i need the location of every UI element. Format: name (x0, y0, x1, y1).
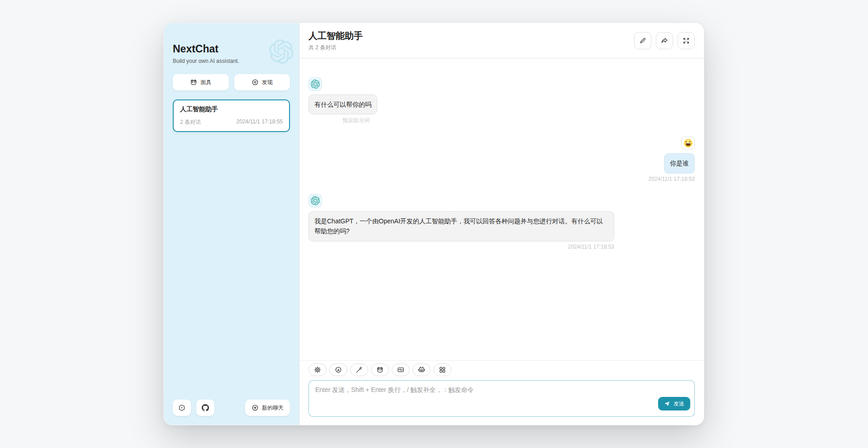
nextchat-window: NextChat Build your own AI assistant. 面具… (163, 23, 704, 425)
message-timestamp: 2024/11/1 17:18:53 (568, 244, 614, 250)
new-chat-label: 新的聊天 (262, 404, 284, 412)
mask-icon (190, 79, 197, 86)
app-tagline: Build your own AI assistant. (173, 58, 290, 64)
chat-input-panel: 发送 (299, 360, 704, 425)
assistant-avatar (308, 194, 322, 207)
robot-icon (418, 366, 425, 373)
clear-context-icon (397, 366, 404, 373)
chat-header: 人工智能助手 共 2 条对话 (299, 23, 704, 58)
chat-input[interactable] (308, 380, 695, 417)
send-button-label: 发送 (674, 400, 684, 408)
context-prompt-hint: 预设提示词 (342, 117, 370, 124)
share-icon (661, 37, 668, 44)
assistant-message: 我是ChatGPT，一个由OpenAI开发的人工智能助手，我可以回答各种问题并与… (308, 194, 695, 250)
edit-icon (639, 37, 646, 44)
mask-button-label: 面具 (200, 79, 211, 86)
user-bubble[interactable]: 你是谁 (664, 153, 695, 173)
mask-icon (376, 366, 384, 373)
send-button[interactable]: 发送 (658, 397, 690, 410)
share-button[interactable] (656, 32, 673, 49)
chat-list: 人工智能助手 2 条对话 2024/11/1 17:18:55 (173, 99, 290, 132)
chat-item-info: 2 条对话 2024/11/1 17:18:55 (180, 118, 283, 126)
app-title: NextChat (173, 43, 290, 55)
theme-auto-icon (335, 366, 342, 373)
openai-logo-icon (311, 80, 320, 89)
settings-button[interactable] (173, 400, 191, 416)
message-column: 有什么可以帮你的吗 预设提示词 (308, 94, 377, 124)
sidebar-buttons: 面具 发现 (173, 74, 290, 90)
sidebar-header: NextChat Build your own AI assistant. (173, 43, 290, 64)
assistant-bubble[interactable]: 我是ChatGPT，一个由OpenAI开发的人工智能助手，我可以回答各种问题并与… (308, 211, 614, 241)
assistant-message: 有什么可以帮你的吗 预设提示词 (308, 77, 695, 124)
mask-button[interactable]: 面具 (173, 74, 229, 90)
new-chat-button[interactable]: 新的聊天 (245, 400, 290, 416)
message-column: 我是ChatGPT，一个由OpenAI开发的人工智能助手，我可以回答各种问题并与… (308, 211, 614, 250)
github-button[interactable] (196, 400, 214, 416)
gear-icon (314, 366, 321, 373)
chat-list-item[interactable]: 人工智能助手 2 条对话 2024/11/1 17:18:55 (173, 99, 290, 132)
message-timestamp: 2024/11/1 17:18:53 (648, 176, 695, 182)
chat-header-titles: 人工智能助手 共 2 条对话 (308, 30, 363, 52)
discover-button[interactable]: 发现 (234, 74, 290, 90)
paper-plane-icon (664, 401, 670, 407)
sidebar: NextChat Build your own AI assistant. 面具… (164, 23, 299, 425)
input-action-bar (308, 363, 695, 376)
assistant-avatar (308, 77, 322, 91)
github-icon (202, 404, 209, 411)
desktop-background: { "app": { "name": "NextChat", "tagline"… (0, 0, 868, 448)
discover-icon (251, 79, 259, 86)
smiley-emoji-icon (684, 139, 693, 147)
chat-header-actions (634, 32, 695, 49)
chat-panel: 人工智能助手 共 2 条对话 有什 (299, 23, 704, 425)
assistant-bubble[interactable]: 有什么可以帮你的吗 (308, 94, 377, 114)
fullscreen-icon (683, 37, 690, 44)
discover-button-label: 发现 (262, 79, 273, 86)
chat-item-count: 2 条对话 (180, 118, 201, 126)
prompts-button[interactable] (350, 363, 368, 376)
user-avatar (681, 136, 695, 150)
add-icon (251, 404, 259, 411)
sidebar-footer: 新的聊天 (173, 400, 290, 416)
chat-settings-button[interactable] (308, 363, 327, 376)
clear-context-button[interactable] (392, 363, 410, 376)
chat-body: 有什么可以帮你的吗 预设提示词 你是谁 2024/11/1 17:18:53 (299, 58, 704, 360)
masks-button[interactable] (371, 363, 389, 376)
chat-item-title: 人工智能助手 (180, 105, 283, 113)
openai-logo-icon (311, 196, 320, 205)
settings-icon (178, 404, 185, 411)
input-wrap: 发送 (308, 380, 695, 417)
message-column: 你是谁 2024/11/1 17:18:53 (648, 153, 695, 182)
grid-icon (439, 366, 446, 373)
model-button[interactable] (413, 363, 431, 376)
chat-subtitle: 共 2 条对话 (308, 44, 363, 52)
chat-item-time: 2024/11/1 17:18:55 (236, 118, 283, 126)
theme-button[interactable] (329, 363, 347, 376)
fullscreen-button[interactable] (678, 32, 695, 49)
magic-wand-icon (356, 366, 363, 373)
chat-title[interactable]: 人工智能助手 (308, 30, 363, 42)
user-message: 你是谁 2024/11/1 17:18:53 (308, 136, 695, 182)
rename-button[interactable] (634, 32, 651, 49)
plugins-button[interactable] (433, 363, 451, 376)
